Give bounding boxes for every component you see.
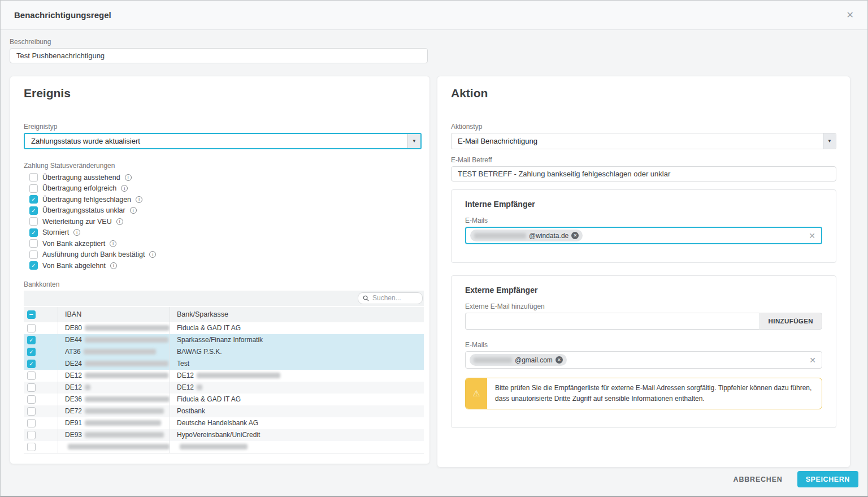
status-changes-label: Zahlung Statusveränderungen bbox=[24, 162, 416, 170]
table-row[interactable]: DE72Postbank bbox=[24, 405, 424, 417]
column-header-iban: IBAN bbox=[58, 307, 170, 322]
info-icon[interactable]: i bbox=[149, 251, 156, 258]
row-checkbox[interactable]: ✓ bbox=[27, 348, 36, 356]
info-icon[interactable]: i bbox=[116, 218, 123, 225]
table-row[interactable]: ✓AT36BAWAG P.S.K. bbox=[24, 346, 424, 358]
clear-input-icon[interactable]: ✕ bbox=[809, 231, 815, 240]
status-checkbox[interactable] bbox=[29, 173, 38, 181]
info-icon[interactable]: i bbox=[73, 229, 80, 236]
info-icon[interactable]: i bbox=[130, 207, 137, 214]
status-checkbox[interactable]: ✓ bbox=[29, 261, 38, 270]
info-icon[interactable]: i bbox=[110, 262, 117, 269]
status-checkbox[interactable]: ✓ bbox=[29, 228, 38, 237]
bank-accounts-table: IBAN Bank/Sparkasse DE80Fiducia & GAD IT… bbox=[24, 291, 424, 453]
row-checkbox[interactable] bbox=[27, 371, 36, 380]
external-emails-input[interactable]: @gmail.com ✕ ✕ bbox=[465, 351, 822, 369]
email-chip: @gmail.com ✕ bbox=[470, 354, 567, 366]
status-label: Übertragungsstatus unklar bbox=[42, 206, 125, 214]
info-icon[interactable]: i bbox=[121, 185, 128, 192]
add-email-button[interactable]: HINZUFÜGEN bbox=[760, 313, 822, 330]
chevron-down-icon: ▼ bbox=[407, 134, 420, 148]
email-chip-domain: @gmail.com bbox=[515, 356, 553, 364]
cancel-button[interactable]: ABBRECHEN bbox=[734, 476, 783, 483]
row-checkbox[interactable]: ✓ bbox=[27, 360, 36, 368]
row-checkbox[interactable]: ✓ bbox=[27, 336, 36, 344]
search-icon bbox=[363, 295, 369, 301]
row-checkbox[interactable] bbox=[27, 324, 36, 332]
redacted-text bbox=[474, 357, 512, 363]
row-checkbox[interactable] bbox=[27, 443, 36, 451]
internal-recipients-card: Interne Empfänger E-Mails @windata.de ✕ … bbox=[451, 189, 836, 263]
select-all-checkbox[interactable] bbox=[27, 310, 36, 319]
status-checkbox[interactable] bbox=[29, 184, 38, 193]
external-recipients-title: Externe Empfänger bbox=[465, 286, 822, 295]
row-checkbox[interactable] bbox=[27, 395, 36, 404]
row-checkbox[interactable] bbox=[27, 431, 36, 439]
redacted-text bbox=[85, 408, 164, 414]
warning-text: Bitte prüfen Sie die Empfängerliste für … bbox=[487, 378, 822, 409]
redacted-text bbox=[85, 396, 170, 402]
status-checkbox[interactable]: ✓ bbox=[29, 206, 38, 215]
close-icon[interactable]: ✕ bbox=[844, 8, 856, 22]
table-row[interactable]: ✓DE44Sparkasse/Finanz Informatik bbox=[24, 334, 424, 346]
row-checkbox[interactable] bbox=[27, 419, 36, 427]
table-row[interactable]: DE91Deutsche Handelsbank AG bbox=[24, 417, 424, 429]
table-row[interactable]: DE36Fiducia & GAD IT AG bbox=[24, 394, 424, 405]
row-checkbox[interactable] bbox=[27, 383, 36, 392]
save-button[interactable]: SPEICHERN bbox=[797, 471, 858, 487]
action-panel-title: Aktion bbox=[451, 87, 836, 100]
redacted-text bbox=[85, 325, 170, 331]
row-checkbox[interactable] bbox=[27, 407, 36, 416]
status-item: Ausführung durch Bank bestätigti bbox=[24, 249, 416, 261]
redacted-text bbox=[84, 349, 156, 355]
iban-cell: DE44 bbox=[58, 334, 170, 346]
bank-cell: Test bbox=[170, 358, 424, 370]
event-panel: Ereignis Ereignistyp Zahlungsstatus wurd… bbox=[10, 76, 430, 464]
info-icon[interactable]: i bbox=[110, 240, 116, 247]
chip-remove-icon[interactable]: ✕ bbox=[555, 356, 563, 364]
bank-cell: DE12 bbox=[170, 370, 424, 382]
info-icon[interactable]: i bbox=[136, 196, 142, 203]
info-icon[interactable]: i bbox=[125, 174, 132, 181]
status-label: Ausführung durch Bank bestätigt bbox=[42, 250, 145, 258]
clear-input-icon[interactable]: ✕ bbox=[809, 356, 816, 365]
redacted-text bbox=[85, 337, 168, 343]
internal-emails-input[interactable]: @windata.de ✕ ✕ bbox=[465, 227, 822, 244]
status-checkbox[interactable] bbox=[29, 217, 38, 226]
search-input[interactable] bbox=[372, 294, 412, 302]
table-toolbar bbox=[24, 291, 424, 306]
email-subject-input[interactable] bbox=[451, 166, 836, 181]
chip-remove-icon[interactable]: ✕ bbox=[571, 232, 579, 239]
table-row[interactable]: DE12DE12 bbox=[24, 370, 424, 382]
iban-cell: DE91 bbox=[58, 417, 170, 429]
table-row[interactable]: ✓DE24Test bbox=[24, 358, 424, 370]
status-item: Übertragung erfolgreichi bbox=[24, 183, 416, 195]
status-item: ✓Stornierti bbox=[24, 227, 416, 239]
status-item: Von Bank akzeptierti bbox=[24, 238, 416, 249]
redacted-text bbox=[197, 373, 280, 378]
status-checkbox[interactable]: ✓ bbox=[29, 195, 38, 204]
event-type-select[interactable]: Zahlungsstatus wurde aktualisiert ▼ bbox=[24, 133, 422, 149]
status-label: Von Bank akzeptiert bbox=[42, 240, 105, 248]
action-type-select[interactable]: E-Mail Benachrichtigung ▼ bbox=[451, 133, 836, 149]
iban-cell: DE12 bbox=[58, 382, 170, 394]
status-checkbox[interactable] bbox=[29, 239, 38, 248]
internal-recipients-title: Interne Empfänger bbox=[465, 200, 822, 209]
table-row[interactable]: DE12DE12 bbox=[24, 382, 424, 394]
external-warning: ⚠ Bitte prüfen Sie die Empfängerliste fü… bbox=[465, 378, 822, 409]
description-input[interactable] bbox=[10, 48, 428, 63]
external-email-input[interactable] bbox=[465, 313, 760, 330]
search-box[interactable] bbox=[358, 292, 423, 304]
bank-cell: DE12 bbox=[170, 382, 424, 394]
external-recipients-card: Externe Empfänger Externe E-Mail hinzufü… bbox=[451, 275, 836, 428]
internal-emails-label: E-Mails bbox=[465, 217, 822, 224]
table-row[interactable]: DE80Fiducia & GAD IT AG bbox=[24, 322, 424, 334]
table-row[interactable]: DE93HypoVereinsbank/UniCredit bbox=[24, 429, 424, 441]
table-row[interactable] bbox=[24, 441, 424, 453]
bank-cell: Deutsche Handelsbank AG bbox=[170, 417, 424, 429]
redacted-text bbox=[197, 384, 202, 390]
action-panel: Aktion Aktionstyp E-Mail Benachrichtigun… bbox=[437, 76, 850, 468]
email-chip: @windata.de ✕ bbox=[470, 230, 583, 241]
description-block: Beschreibung bbox=[1, 30, 867, 63]
status-checkbox[interactable] bbox=[29, 250, 38, 259]
